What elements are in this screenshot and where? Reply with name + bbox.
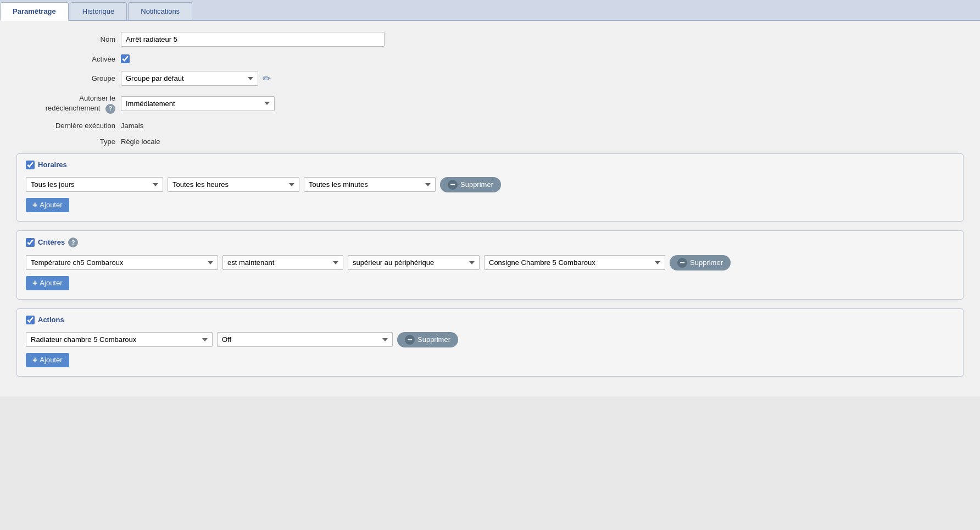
nom-row: Nom [16, 32, 964, 47]
horaires-delete-button[interactable]: − Supprimer [440, 177, 501, 192]
horaires-header: Horaires [26, 161, 954, 169]
actions-delete-icon: − [405, 335, 415, 345]
groupe-row: Groupe Groupe par défaut ✏ [16, 71, 964, 86]
horaires-row: Tous les jours Toutes les heures Toutes … [26, 177, 954, 192]
nom-label: Nom [16, 35, 121, 43]
autoriser-row: Autoriser le redéclenchement ? Immédiate… [16, 93, 964, 114]
criteres-section: Critères ? Température ch5 Combaroux est… [16, 230, 964, 300]
actions-header: Actions [26, 316, 954, 324]
tab-parametrage[interactable]: Paramétrage [0, 2, 69, 21]
horaires-days-select[interactable]: Tous les jours [26, 177, 163, 192]
tabs-bar: Paramétrage Historique Notifications [0, 0, 980, 21]
criteres-delete-icon: − [677, 258, 687, 268]
autoriser-label: Autoriser le redéclenchement ? [16, 93, 121, 114]
actions-row: Radiateur chambre 5 Combaroux Off − Supp… [26, 332, 954, 347]
derniere-value: Jamais [121, 122, 143, 130]
criteres-help-icon[interactable]: ? [68, 238, 78, 247]
horaires-delete-icon: − [448, 180, 458, 190]
horaires-minutes-select[interactable]: Toutes les minutes [304, 177, 436, 192]
criteres-add-row: + Ajouter [26, 276, 954, 290]
criteres-add-icon: + [32, 279, 37, 288]
actions-add-row: + Ajouter [26, 353, 954, 367]
activee-label: Activée [16, 55, 121, 63]
type-row: Type Règle locale [16, 137, 964, 146]
criteres-delete-button[interactable]: − Supprimer [670, 255, 731, 270]
autoriser-select[interactable]: Immédiatement [121, 96, 275, 111]
groupe-select[interactable]: Groupe par défaut [121, 71, 258, 86]
tab-notifications[interactable]: Notifications [128, 2, 192, 20]
horaires-section: Horaires Tous les jours Toutes les heure… [16, 153, 964, 222]
criteres-row: Température ch5 Combaroux est maintenant… [26, 255, 954, 270]
actions-value-select[interactable]: Off [217, 332, 393, 347]
derniere-label: Dernière exécution [16, 122, 121, 130]
criteres-header: Critères ? [26, 238, 954, 247]
criteres-target-select[interactable]: Consigne Chambre 5 Combaroux [484, 255, 665, 270]
tab-historique[interactable]: Historique [70, 2, 127, 20]
main-container: Paramétrage Historique Notifications Nom… [0, 0, 980, 530]
nom-input[interactable] [121, 32, 385, 47]
groupe-label: Groupe [16, 74, 121, 82]
horaires-add-icon: + [32, 201, 37, 209]
actions-title: Actions [38, 316, 64, 324]
type-value: Règle locale [121, 137, 160, 146]
criteres-checkbox[interactable] [26, 238, 35, 247]
horaires-hours-select[interactable]: Toutes les heures [168, 177, 299, 192]
actions-device-select[interactable]: Radiateur chambre 5 Combaroux [26, 332, 213, 347]
actions-section: Actions Radiateur chambre 5 Combaroux Of… [16, 308, 964, 377]
activee-checkbox[interactable] [121, 54, 130, 63]
autoriser-help-icon[interactable]: ? [105, 104, 115, 114]
activee-row: Activée [16, 54, 964, 63]
horaires-add-row: + Ajouter [26, 198, 954, 212]
actions-delete-button[interactable]: − Supprimer [397, 332, 458, 347]
criteres-condition-select[interactable]: est maintenant [222, 255, 343, 270]
horaires-title: Horaires [38, 161, 67, 169]
horaires-add-button[interactable]: + Ajouter [26, 198, 69, 212]
criteres-device-select[interactable]: Température ch5 Combaroux [26, 255, 218, 270]
edit-icon[interactable]: ✏ [263, 73, 271, 85]
horaires-checkbox[interactable] [26, 161, 35, 169]
criteres-add-button[interactable]: + Ajouter [26, 276, 69, 290]
criteres-comparison-select[interactable]: supérieur au périphérique [348, 255, 480, 270]
actions-add-icon: + [32, 356, 37, 365]
actions-add-button[interactable]: + Ajouter [26, 353, 69, 367]
actions-checkbox[interactable] [26, 316, 35, 324]
derniere-row: Dernière exécution Jamais [16, 122, 964, 130]
type-label: Type [16, 137, 121, 146]
criteres-title: Critères [38, 238, 65, 246]
content-area: Nom Activée Groupe Groupe par défaut ✏ A… [0, 21, 980, 396]
